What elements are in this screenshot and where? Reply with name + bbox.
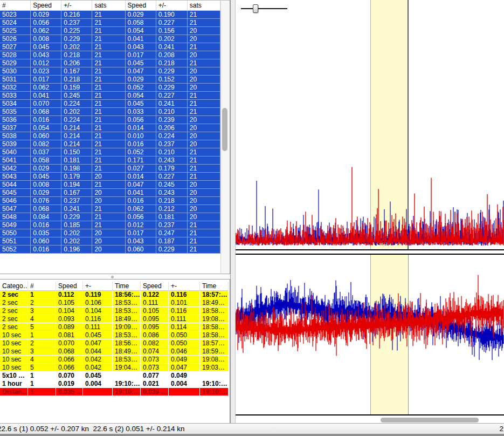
point-table-row[interactable]: 50340.0700.224210.0450.24121	[0, 100, 220, 108]
point-table-header-cell[interactable]: #	[0, 1, 31, 11]
point-table-header-cell[interactable]: +/-	[156, 1, 188, 11]
point-table-cell: 0.229	[156, 84, 188, 92]
results-table-cell: 0.095	[141, 323, 169, 331]
point-table-row[interactable]: 50270.0450.202210.0430.24121	[0, 43, 220, 51]
point-table-cell: 0.029	[31, 189, 61, 197]
results-table-row[interactable]: 2 sec20.1050.10618:53…0.1110.10118:49…	[0, 299, 229, 307]
results-table-header-cell[interactable]: #	[28, 282, 56, 291]
point-table-row[interactable]: 50520.0160.196200.0600.22921	[0, 246, 220, 254]
panel-splitter[interactable]	[0, 274, 230, 280]
point-table-row[interactable]: 50490.0160.185210.0120.23721	[0, 221, 220, 229]
point-table-header-cell[interactable]: Speed	[126, 1, 156, 11]
point-table-cell: 0.058	[31, 156, 61, 165]
point-table-row[interactable]: 50460.0760.237200.0160.21820	[0, 197, 220, 205]
results-table-header-cell[interactable]: Time	[113, 282, 141, 291]
point-table-row[interactable]: 50480.0840.229210.0560.18120	[0, 213, 220, 221]
vertical-scrollbar-thumb[interactable]	[222, 108, 227, 151]
horizontal-scrollbar-thumb[interactable]	[381, 418, 479, 423]
point-table-cell: 21	[92, 148, 125, 156]
point-table-cell: 21	[92, 59, 125, 67]
point-table-header-cell[interactable]: sats	[188, 1, 220, 11]
point-table-row[interactable]: 50260.0080.229210.0410.20220	[0, 35, 220, 43]
speed-chart-bottom[interactable]	[236, 254, 504, 415]
point-table-cell: 0.076	[31, 197, 61, 205]
point-table-row[interactable]: 50250.0620.225210.0540.15620	[0, 27, 220, 35]
point-table-row[interactable]: 50370.0540.214210.0140.20620	[0, 124, 220, 132]
point-table-row[interactable]: 50330.0410.245210.0540.22721	[0, 92, 220, 100]
results-table-row[interactable]: 2 sec30.1040.10418:53…0.1050.11618:58…	[0, 307, 229, 315]
point-table-header-cell[interactable]: Speed	[31, 1, 61, 11]
point-table-header-cell[interactable]: sats	[92, 1, 125, 11]
point-table-cell: 20	[188, 213, 220, 221]
point-table-vertical-scrollbar[interactable]	[220, 1, 229, 273]
point-table-cell: 21	[92, 108, 125, 116]
point-table-cell: 0.060	[31, 132, 61, 140]
point-table-row[interactable]: 50500.0350.202200.0170.24721	[0, 229, 220, 237]
point-table-cell: 5026	[0, 35, 31, 43]
results-table-cell: 2 sec	[0, 307, 28, 315]
speed-chart-top[interactable]	[236, 0, 504, 250]
results-table-cell: 0.047	[169, 364, 200, 372]
results-table-cell	[200, 372, 229, 380]
point-table-cell: 5023	[0, 11, 31, 19]
results-table-row[interactable]: Distan…10.035 …19:10:…0.039 …19:10:…	[0, 388, 229, 396]
results-table-header-cell[interactable]: +-	[83, 282, 113, 291]
point-table-row[interactable]: 50230.0290.216210.0290.19021	[0, 11, 220, 19]
point-table-cell: 0.062	[126, 205, 156, 213]
point-table-header-cell[interactable]: +/-	[61, 1, 92, 11]
results-table-header-cell[interactable]: Speed	[56, 282, 83, 291]
point-table-row[interactable]: 50470.0680.241210.0620.21220	[0, 205, 220, 213]
results-table-row[interactable]: 1 hour10.0190.00419:10:…0.0210.00419:10:…	[0, 380, 229, 388]
results-table-row[interactable]: 10 sec10.0810.04518:53…0.0860.05018:58…	[0, 331, 229, 339]
results-table-row[interactable]: 10 sec40.0660.04218:53…0.0730.04919:08…	[0, 356, 229, 364]
results-table-cell: 18:59…	[200, 348, 229, 356]
results-table-header-cell[interactable]: Speed	[141, 282, 169, 291]
point-table-row[interactable]: 50430.0450.179200.0140.22721	[0, 173, 220, 181]
results-table-row[interactable]: 2 sec40.0930.11618:49…0.0950.11119:08…	[0, 315, 229, 323]
results-table-row[interactable]: 5x10 …10.0700.0450.0770.049	[0, 372, 229, 380]
point-table-row[interactable]: 50410.0580.181210.1710.24321	[0, 156, 220, 165]
point-table-cell: 21	[92, 43, 125, 51]
point-table-cell: 21	[92, 181, 125, 189]
results-table-cell: 18:57:…	[200, 291, 229, 299]
point-table-cell: 0.068	[31, 205, 61, 213]
results-table-header-cell[interactable]: Time	[200, 282, 229, 291]
point-table-row[interactable]: 50390.0820.214210.0160.23720	[0, 140, 220, 148]
results-table-cell: 5x10 …	[0, 372, 28, 380]
results-table-cell: 19:04…	[113, 364, 141, 372]
point-table-row[interactable]: 50240.0560.237210.0580.22721	[0, 19, 220, 27]
zoom-slider-track[interactable]	[241, 8, 287, 9]
point-table-row[interactable]: 50510.0600.202200.0430.18721	[0, 237, 220, 246]
point-table-row[interactable]: 50280.0430.218210.0170.20820	[0, 51, 220, 59]
point-table-row[interactable]: 50290.0120.206210.0450.21821	[0, 59, 220, 67]
zoom-slider[interactable]	[240, 3, 289, 15]
point-table-row[interactable]: 50380.0600.214210.0100.22420	[0, 132, 220, 140]
results-table-row[interactable]: 10 sec30.0680.04418:49…0.0740.04618:59…	[0, 348, 229, 356]
point-table-row[interactable]: 50450.0290.167200.0410.24320	[0, 189, 220, 197]
point-table-cell: 0.237	[156, 140, 188, 148]
results-table-cell: 0.116	[83, 315, 113, 323]
results-table-header-cell[interactable]: Catego…	[0, 282, 28, 291]
point-table-row[interactable]: 50300.0230.167210.0470.22920	[0, 67, 220, 76]
point-table-cell: 5033	[0, 92, 31, 100]
point-table-row[interactable]: 50360.0160.224210.0560.23920	[0, 116, 220, 124]
point-table-row[interactable]: 50400.0370.150210.0520.21021	[0, 148, 220, 156]
point-table-cell: 0.241	[156, 100, 188, 108]
results-table-row[interactable]: 2 sec50.0890.11119:09…0.0950.11418:58…	[0, 323, 229, 331]
point-table-row[interactable]: 50310.0170.218210.0290.15220	[0, 76, 220, 84]
zoom-slider-thumb[interactable]	[253, 4, 258, 13]
point-table-cell: 20	[188, 189, 220, 197]
results-table-row[interactable]: 2 sec10.1120.11918:56:…0.1220.11618:57:…	[0, 291, 229, 299]
point-table-cell: 0.229	[61, 213, 92, 221]
results-table-cell: 18:49…	[113, 348, 141, 356]
results-table-header-cell[interactable]: +-	[169, 282, 200, 291]
results-table-row[interactable]: 10 sec50.0660.04219:04…0.0730.04719:03…	[0, 364, 229, 372]
point-table-row[interactable]: 50440.0080.194210.0470.24520	[0, 181, 220, 189]
point-table-row[interactable]: 50320.0620.159210.0520.22920	[0, 84, 220, 92]
point-table-cell: 21	[188, 59, 220, 67]
point-table-cell: 0.010	[126, 132, 156, 140]
results-table-row[interactable]: 10 sec20.0700.04718:56…0.0820.05018:57…	[0, 339, 229, 348]
point-table-row[interactable]: 50350.0680.202210.0330.21021	[0, 108, 220, 116]
point-table-row[interactable]: 50420.0290.198210.0270.17921	[0, 165, 220, 173]
vertical-divider[interactable]	[230, 0, 236, 423]
